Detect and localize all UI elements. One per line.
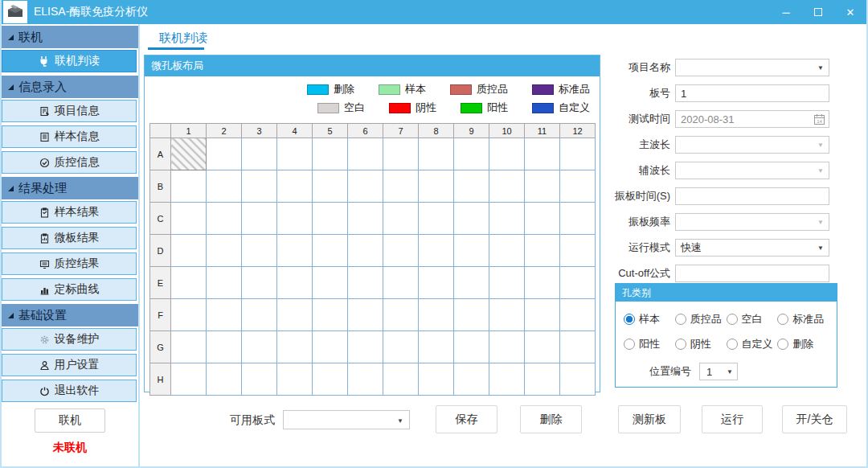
well-cell-C2[interactable] (207, 203, 242, 235)
well-cell-D4[interactable] (277, 235, 313, 267)
well-cell-A5[interactable] (313, 138, 348, 170)
well-cell-F12[interactable] (560, 299, 596, 331)
well-cell-B2[interactable] (207, 170, 242, 203)
shake-frequency-select[interactable]: ▼ (675, 213, 829, 231)
well-cell-A1[interactable] (171, 138, 207, 170)
save-button[interactable]: 保存 (436, 405, 497, 433)
test-time-field[interactable]: 2020-08-3114 (675, 110, 829, 128)
sidebar-item-qc-info[interactable]: 质控信息 (2, 151, 137, 174)
well-cell-B5[interactable] (313, 170, 348, 203)
well-cell-E3[interactable] (242, 267, 277, 299)
well-cell-B8[interactable] (419, 170, 454, 203)
well-cell-H1[interactable] (171, 363, 207, 396)
well-cell-E11[interactable] (525, 267, 560, 299)
sidebar-item-calibration-curve[interactable]: 定标曲线 (2, 278, 137, 301)
tab-online-reading[interactable]: 联机判读 (159, 31, 207, 46)
well-cell-C9[interactable] (454, 203, 489, 235)
well-cell-H4[interactable] (277, 363, 313, 396)
well-cell-A12[interactable] (560, 138, 596, 170)
section-online[interactable]: 联机 (2, 26, 138, 48)
run-mode-select[interactable]: 快速▼ (675, 239, 829, 257)
well-cell-D2[interactable] (207, 235, 242, 267)
plate-number-input[interactable]: 1 (675, 84, 829, 102)
well-cell-A7[interactable] (383, 138, 419, 170)
well-category-radio-0[interactable]: 样本 (624, 312, 675, 326)
well-cell-H7[interactable] (383, 363, 419, 396)
well-cell-D12[interactable] (560, 235, 596, 267)
well-cell-H8[interactable] (419, 363, 454, 396)
open-close-door-button[interactable]: 开/关仓 (782, 405, 847, 433)
minimize-button[interactable]: ─ (770, 0, 802, 24)
well-cell-B12[interactable] (560, 170, 596, 203)
well-cell-D11[interactable] (525, 235, 560, 267)
well-cell-D1[interactable] (171, 235, 207, 267)
sidebar-item-sample-info[interactable]: 样本信息 (2, 125, 137, 148)
sidebar-item-online-reading[interactable]: 联机判读 (2, 50, 137, 72)
sidebar-item-sample-result[interactable]: 样本结果 (2, 201, 137, 224)
well-cell-C5[interactable] (313, 203, 348, 235)
shake-time-input[interactable] (675, 187, 829, 205)
well-cell-G7[interactable] (383, 331, 419, 363)
well-cell-E10[interactable] (489, 267, 525, 299)
well-cell-E1[interactable] (171, 267, 207, 299)
well-cell-C8[interactable] (419, 203, 454, 235)
well-category-radio-4[interactable]: 阳性 (624, 337, 675, 351)
main-wavelength-select[interactable]: ▼ (675, 136, 829, 154)
well-cell-E6[interactable] (348, 267, 383, 299)
well-cell-F9[interactable] (454, 299, 489, 331)
well-cell-G6[interactable] (348, 331, 383, 363)
well-cell-A11[interactable] (525, 138, 560, 170)
maximize-button[interactable] (802, 0, 834, 24)
sidebar-item-exit[interactable]: 退出软件 (2, 380, 137, 402)
well-cell-B11[interactable] (525, 170, 560, 203)
well-cell-F7[interactable] (383, 299, 419, 331)
section-info-entry[interactable]: 信息录入 (2, 76, 138, 98)
well-cell-G4[interactable] (277, 331, 313, 363)
sidebar-item-device-maintenance[interactable]: 设备维护 (2, 328, 137, 351)
well-cell-C6[interactable] (348, 203, 383, 235)
well-cell-C4[interactable] (277, 203, 313, 235)
well-cell-H12[interactable] (560, 363, 596, 396)
connect-button[interactable]: 联机 (35, 408, 105, 433)
cutoff-formula-input[interactable] (675, 265, 829, 282)
well-cell-D9[interactable] (454, 235, 489, 267)
sidebar-item-plate-result[interactable]: 微板结果 (2, 227, 137, 249)
well-cell-G3[interactable] (242, 331, 277, 363)
well-cell-D10[interactable] (489, 235, 525, 267)
well-cell-F1[interactable] (171, 299, 207, 331)
well-cell-H9[interactable] (454, 363, 489, 396)
well-cell-H3[interactable] (242, 363, 277, 396)
well-cell-F6[interactable] (348, 299, 383, 331)
well-cell-B4[interactable] (277, 170, 313, 203)
well-cell-G9[interactable] (454, 331, 489, 363)
well-cell-A2[interactable] (207, 138, 242, 170)
well-cell-F4[interactable] (277, 299, 313, 331)
plate-format-select[interactable]: ▼ (283, 410, 410, 429)
aux-wavelength-select[interactable]: ▼ (675, 162, 829, 179)
well-category-radio-3[interactable]: 标准品 (777, 312, 829, 326)
well-cell-G5[interactable] (313, 331, 348, 363)
well-cell-D6[interactable] (348, 235, 383, 267)
well-cell-H10[interactable] (489, 363, 525, 396)
well-cell-F5[interactable] (313, 299, 348, 331)
well-cell-G8[interactable] (419, 331, 454, 363)
run-button[interactable]: 运行 (702, 405, 763, 433)
sidebar-item-project-info[interactable]: 项目信息 (2, 100, 137, 122)
well-cell-A10[interactable] (489, 138, 525, 170)
well-cell-B9[interactable] (454, 170, 489, 203)
well-cell-D5[interactable] (313, 235, 348, 267)
well-cell-A4[interactable] (277, 138, 313, 170)
well-category-radio-5[interactable]: 阴性 (675, 337, 727, 351)
well-cell-F10[interactable] (489, 299, 525, 331)
delete-button[interactable]: 删除 (520, 405, 582, 433)
well-cell-B3[interactable] (242, 170, 277, 203)
well-cell-A3[interactable] (242, 138, 277, 170)
well-cell-D8[interactable] (419, 235, 454, 267)
well-cell-C12[interactable] (560, 203, 596, 235)
project-name-select[interactable]: ▼ (675, 59, 829, 76)
well-cell-C7[interactable] (383, 203, 419, 235)
well-cell-F8[interactable] (419, 299, 454, 331)
well-cell-B6[interactable] (348, 170, 383, 203)
well-category-radio-7[interactable]: 删除 (777, 337, 829, 351)
well-cell-C10[interactable] (489, 203, 525, 235)
